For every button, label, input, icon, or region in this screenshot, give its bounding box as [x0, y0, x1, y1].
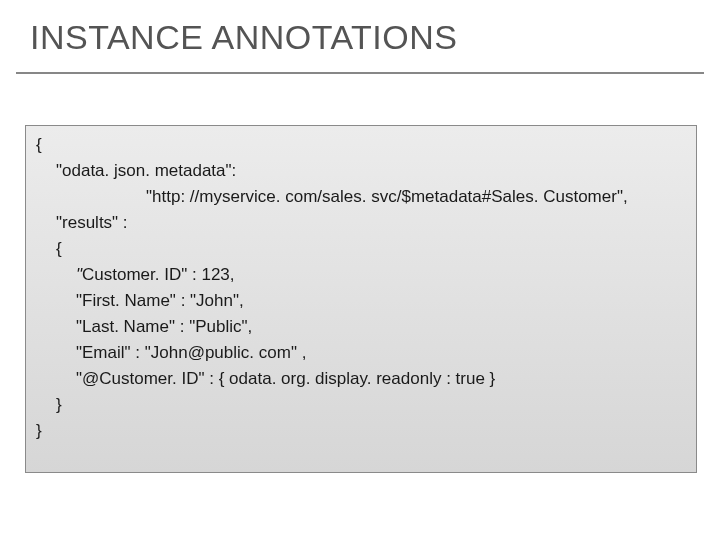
- title-divider: [16, 72, 704, 74]
- code-line: }: [36, 418, 686, 444]
- code-span: Customer. ID" : 123,: [82, 265, 235, 284]
- code-line: }: [36, 392, 686, 418]
- code-line: {: [36, 132, 686, 158]
- code-line: "http: //myservice. com/sales. svc/$meta…: [36, 184, 686, 210]
- code-line: "Customer. ID" : 123,: [36, 262, 686, 288]
- code-line: "First. Name" : "John",: [36, 288, 686, 314]
- code-line: "@Customer. ID" : { odata. org. display.…: [36, 366, 686, 392]
- code-line: "odata. json. metadata":: [36, 158, 686, 184]
- code-line: {: [36, 236, 686, 262]
- code-line: "Email" : "John@public. com" ,: [36, 340, 686, 366]
- page-title: INSTANCE ANNOTATIONS: [30, 18, 700, 57]
- code-line: "Last. Name" : "Public",: [36, 314, 686, 340]
- code-block: { "odata. json. metadata": "http: //myse…: [25, 125, 697, 473]
- code-line: "results" :: [36, 210, 686, 236]
